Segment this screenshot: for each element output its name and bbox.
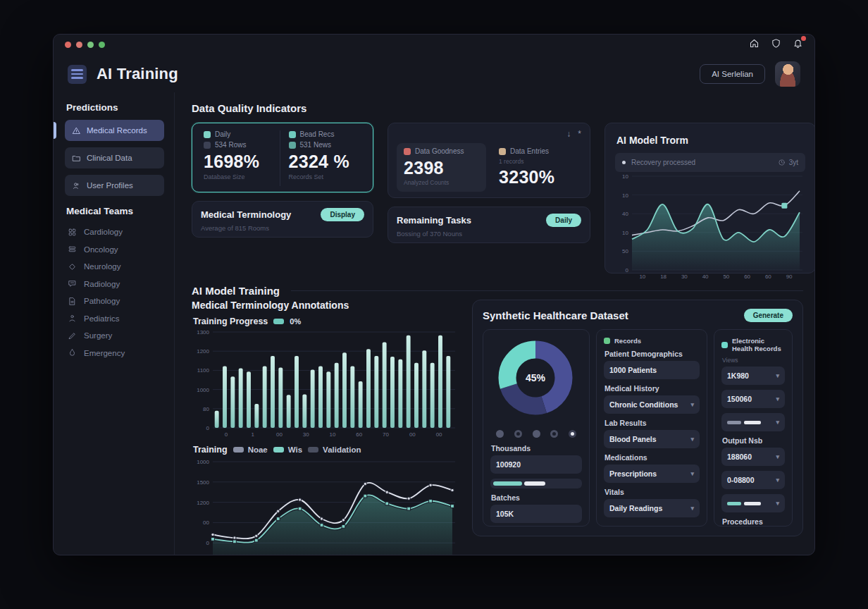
chevron-down-icon: ▾ (776, 453, 779, 460)
svg-text:1500: 1500 (197, 479, 209, 486)
sidebar-item-pathology[interactable]: Pathology (65, 293, 164, 310)
sidebar-item-pediatrics[interactable]: Pediatrics (65, 310, 164, 328)
dropdown[interactable]: 188060▾ (721, 448, 785, 466)
model-search-input[interactable]: Recovery processed 3yt (615, 153, 805, 172)
sidebar-item-label: Surgery (84, 331, 112, 340)
stat-label: Data Goodness (415, 147, 464, 155)
svg-text:80: 80 (203, 406, 209, 412)
cells-icon (68, 245, 77, 254)
dropdown[interactable]: 150060▾ (721, 390, 785, 408)
pagination-dot[interactable] (496, 430, 504, 438)
sidebar-item-label: Cardiology (84, 228, 123, 236)
grey-swatch-icon (233, 447, 244, 453)
stat-card-daily: Daily 534 Rows 1698% Database Size Bead … (192, 123, 373, 192)
home-icon[interactable] (749, 38, 760, 51)
app-logo-icon[interactable] (68, 65, 87, 84)
input-value: 100920 (496, 460, 521, 469)
field-label: Patient Demographics (604, 350, 700, 358)
stat-value: 2324 % (289, 152, 362, 172)
sidebar-item-label: Pathology (84, 297, 120, 305)
stat-label: 531 News (300, 141, 331, 149)
sparkle-icon[interactable]: * (578, 129, 581, 139)
svg-text:00: 00 (276, 431, 283, 438)
ai-selection-button[interactable]: AI Serlelian (700, 64, 765, 84)
mini-bars (727, 502, 761, 505)
folder-icon (72, 154, 81, 163)
green-square-icon (604, 338, 610, 344)
download-icon[interactable]: ↓ (566, 129, 571, 139)
sidebar-item-oncology[interactable]: Oncology (65, 241, 164, 259)
card-title: Medical Terminology (201, 209, 291, 220)
input-value: 1000 Patients (609, 366, 657, 374)
divider (291, 290, 803, 291)
select-value: Prescriptions (609, 469, 657, 478)
pen-icon (68, 331, 77, 340)
text-input[interactable]: 1000 Patients (604, 361, 700, 379)
select-value: 1K980 (727, 371, 749, 380)
sidebar-item-label: Radiology (84, 280, 120, 288)
dropdown[interactable]: Daily Readings▾ (604, 499, 700, 517)
dropdown[interactable]: 0-08800▾ (721, 471, 785, 489)
field-label: Medications (604, 453, 700, 462)
dark-swatch-icon (308, 447, 318, 453)
traffic-light[interactable] (76, 42, 82, 48)
svg-text:10: 10 (622, 192, 628, 199)
sidebar-item-neurology[interactable]: Neurology (65, 258, 164, 276)
stat-label: 534 Rows (215, 141, 246, 149)
person-icon (68, 314, 77, 323)
svg-text:45%: 45% (526, 372, 546, 383)
sidebar-item-radiology[interactable]: Radiology (65, 276, 164, 293)
synthetic-dataset-card: Synthetic Healthcare Dataset Generate 45… (472, 300, 803, 536)
stat-value: 2398 (404, 158, 479, 178)
svg-text:50: 50 (622, 248, 628, 254)
daily-button[interactable]: Daily (546, 214, 581, 227)
pagination-dot[interactable] (533, 430, 540, 438)
avatar[interactable] (775, 61, 800, 87)
field-label: Output Nsb (722, 436, 785, 445)
pagination-dot[interactable] (550, 430, 558, 438)
traffic-light[interactable] (87, 42, 94, 48)
model-area-chart: 101040105001018304050606090 (615, 172, 805, 281)
sidebar-item-cardiology[interactable]: Cardiology (65, 223, 164, 241)
dropdown[interactable]: Chronic Conditions▾ (604, 395, 700, 414)
value-input[interactable]: 100920 (490, 455, 582, 474)
stat-value: 1698% (204, 152, 277, 172)
dropdown[interactable]: ▾ (721, 413, 785, 431)
ehr-panel: Electronic Health Records Views1K980▾150… (714, 329, 793, 527)
dropdown[interactable]: ▾ (721, 494, 785, 512)
value-input[interactable]: 105K (490, 505, 582, 523)
pagination-dot[interactable] (569, 430, 576, 438)
sidebar-item-clinical-data[interactable]: Clinical Data (65, 147, 164, 168)
chevron-down-icon: ▾ (690, 401, 694, 408)
panel-header: Electronic Health Records (732, 337, 785, 352)
sidebar-item-surgery[interactable]: Surgery (65, 327, 164, 345)
progress-bar (490, 479, 582, 488)
traffic-light[interactable] (99, 42, 105, 48)
select-value: 150060 (727, 395, 752, 403)
sidebar-item-emergency[interactable]: Emergency (65, 345, 164, 362)
sidebar-item-label: Oncology (84, 245, 118, 254)
dropdown[interactable]: Blood Panels▾ (604, 430, 700, 448)
shield-icon[interactable] (771, 38, 781, 51)
chevron-down-icon: ▾ (776, 500, 779, 507)
users-icon (72, 181, 81, 190)
dropdown[interactable]: Prescriptions▾ (604, 465, 700, 483)
bullet-icon (622, 161, 626, 164)
card-caption: Average of 815 Rooms (201, 224, 364, 232)
training-line-chart: 100015001200000003681012141618305060 (192, 456, 458, 555)
svg-text:1100: 1100 (197, 367, 210, 374)
select-value: Blood Panels (609, 435, 657, 443)
traffic-light[interactable] (65, 42, 71, 48)
bell-icon[interactable] (793, 38, 803, 51)
dropdown[interactable]: 1K980▾ (721, 367, 785, 385)
generate-button[interactable]: Generate (744, 309, 793, 322)
svg-text:40: 40 (702, 273, 709, 280)
pagination-dot[interactable] (514, 430, 522, 438)
sidebar-item-user-profiles[interactable]: User Profiles (65, 175, 164, 196)
svg-text:1200: 1200 (197, 500, 209, 506)
input-right-text: 3yt (789, 159, 798, 166)
display-button[interactable]: Display (321, 208, 364, 221)
sidebar-item-medical-records[interactable]: Medical Records (65, 120, 164, 141)
titlebar (54, 35, 814, 54)
sub-label: Views (722, 357, 785, 364)
